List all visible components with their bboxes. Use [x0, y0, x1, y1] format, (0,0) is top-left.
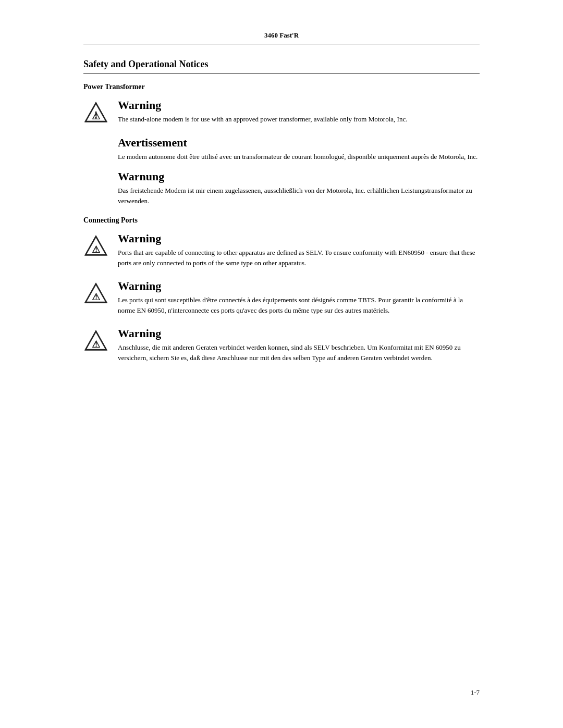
warning-block-2: ⚠ Warning Ports that are capable of conn…	[83, 232, 480, 276]
warning-content-1: Warning The stand-alone modem is for use…	[118, 98, 480, 133]
svg-text:⚠: ⚠	[92, 339, 101, 350]
page: 3460 Fast'R Safety and Operational Notic…	[0, 0, 563, 728]
warning-text-1: The stand-alone modem is for use with an…	[118, 114, 480, 125]
warning-icon-4: ⚠	[83, 328, 111, 355]
warning-heading-2: Warning	[118, 232, 480, 245]
avertissement-heading: Avertissement	[118, 136, 480, 150]
warning-text-2: Ports that are capable of connecting to …	[118, 248, 480, 268]
page-header-title: 3460 Fast'R	[264, 31, 299, 39]
warning-block-4: ⚠ Warning Anschlusse, die mit anderen Ge…	[83, 327, 480, 371]
svg-text:⚠: ⚠	[92, 111, 101, 121]
warning-content-3: Warning Les ports qui sont susceptibles …	[118, 279, 480, 324]
warnung-heading: Warnung	[118, 170, 480, 183]
warning-heading-1: Warning	[118, 98, 480, 112]
warning-content-4: Warning Anschlusse, die mit anderen Gera…	[118, 327, 480, 371]
warning-block-3: ⚠ Warning Les ports qui sont susceptible…	[83, 279, 480, 324]
page-header: 3460 Fast'R	[83, 31, 480, 44]
svg-text:⚠: ⚠	[92, 244, 101, 255]
avertissement-text: Le modem autonome doit être utilisé avec…	[118, 152, 480, 162]
warnung-text: Das freistehende Modem ist mir einem zug…	[118, 186, 480, 206]
subsection-power-transformer: Power Transformer	[83, 83, 480, 91]
warning-icon-1: ! ⚠	[83, 100, 111, 127]
subsection-connecting-ports: Connecting Ports	[83, 216, 480, 225]
warning-icon-2: ⚠	[83, 233, 111, 260]
warning-icon-3: ⚠	[83, 280, 111, 307]
warning-block-1: ! ⚠ Warning The stand-alone modem is for…	[83, 98, 480, 133]
warning-heading-4: Warning	[118, 327, 480, 340]
page-footer: 1-7	[471, 688, 480, 697]
warning-heading-3: Warning	[118, 279, 480, 293]
warning-text-4: Anschlusse, die mit anderen Geraten verb…	[118, 342, 480, 363]
warning-text-3: Les ports qui sont susceptibles d'être c…	[118, 295, 480, 315]
section-title: Safety and Operational Notices	[83, 59, 480, 73]
warning-content-2: Warning Ports that are capable of connec…	[118, 232, 480, 276]
svg-text:⚠: ⚠	[92, 292, 101, 302]
